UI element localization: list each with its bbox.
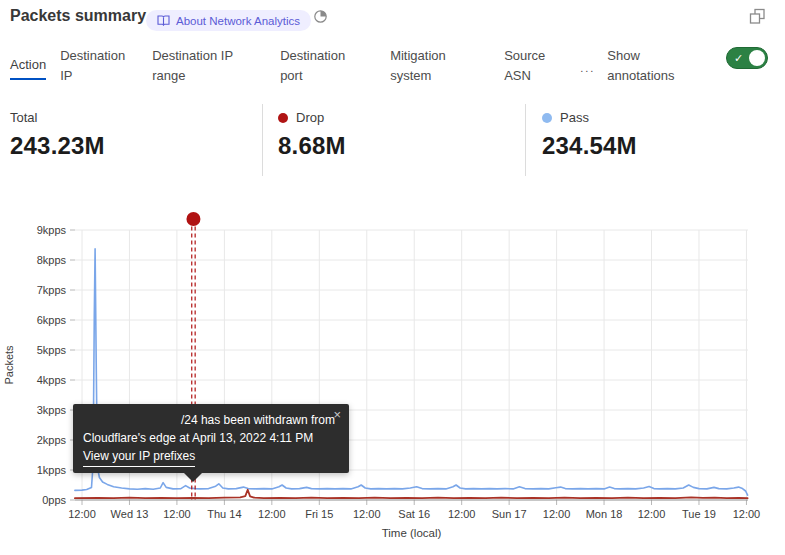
y-tick-label: 3kpps <box>37 404 67 416</box>
stat-pass-value: 234.54M <box>542 132 637 160</box>
x-tick-label: 12:00 <box>353 508 381 520</box>
stat-divider <box>525 104 526 176</box>
page-title: Packets summary <box>10 7 146 25</box>
y-tick-label: 2kpps <box>37 434 67 446</box>
y-tick-label: 5kpps <box>37 344 67 356</box>
close-icon[interactable]: × <box>333 406 341 424</box>
tooltip-line1: /24 has been withdrawn from <box>83 411 337 429</box>
expand-icon[interactable] <box>749 8 766 25</box>
tab-destination-port[interactable]: Destination port <box>280 46 354 86</box>
filter-tabs: Action Destination IP Destination IP ran… <box>10 46 689 86</box>
y-tick-label: 6kpps <box>37 314 67 326</box>
tooltip-line2: Cloudflare's edge at April 13, 2022 4:11… <box>83 429 337 447</box>
x-tick-label: Sun 17 <box>492 508 527 520</box>
tab-destination-ip[interactable]: Destination IP <box>60 46 134 86</box>
x-tick-label: Thu 14 <box>207 508 241 520</box>
stat-pass: Pass 234.54M <box>542 110 637 160</box>
x-tick-label: Fri 15 <box>305 508 333 520</box>
y-tick-label: 0pps <box>42 494 66 506</box>
y-tick-label: 1kpps <box>37 464 67 476</box>
drop-line <box>75 490 748 498</box>
stat-pass-label: Pass <box>560 110 589 125</box>
pass-dot <box>542 113 552 123</box>
x-tick-label: Wed 13 <box>111 508 149 520</box>
book-icon <box>157 15 170 26</box>
annotation-tooltip: × /24 has been withdrawn from Cloudflare… <box>73 404 349 473</box>
y-tick-label: 4kpps <box>37 374 67 386</box>
tab-destination-ip-range[interactable]: Destination IP range <box>152 46 248 86</box>
tab-source-asn[interactable]: Source ASN <box>504 46 552 86</box>
x-tick-label: 12:00 <box>448 508 476 520</box>
packets-time-series-chart: 9kpps8kpps7kpps6kpps5kpps4kpps3kpps2kpps… <box>0 200 785 555</box>
stat-drop-label: Drop <box>296 110 324 125</box>
stat-total-label: Total <box>10 110 37 125</box>
stat-total-value: 243.23M <box>10 132 105 160</box>
x-tick-label: 12:00 <box>163 508 191 520</box>
x-tick-label: 12:00 <box>638 508 666 520</box>
tooltip-arrow <box>184 473 202 482</box>
x-tick-label: Tue 19 <box>682 508 716 520</box>
x-axis-title: Time (local) <box>382 527 442 539</box>
annotation-dot[interactable] <box>186 212 200 226</box>
x-tick-label: 12:00 <box>733 508 761 520</box>
tabs-overflow-icon[interactable]: ... <box>580 62 595 74</box>
show-annotations-label: Show annotations <box>607 46 689 86</box>
y-tick-label: 9kpps <box>37 224 67 236</box>
x-tick-label: 12:00 <box>68 508 96 520</box>
stat-drop-value: 8.68M <box>278 132 346 160</box>
tab-action[interactable]: Action <box>10 55 46 80</box>
x-tick-label: Mon 18 <box>586 508 623 520</box>
x-tick-label: 12:00 <box>258 508 286 520</box>
toggle-knob <box>749 50 765 66</box>
x-tick-label: Sat 16 <box>398 508 430 520</box>
stat-total: Total 243.23M <box>10 110 105 160</box>
pie-usage-icon[interactable] <box>313 9 328 24</box>
y-tick-label: 8kpps <box>37 254 67 266</box>
drop-dot <box>278 113 288 123</box>
stat-drop: Drop 8.68M <box>278 110 346 160</box>
view-ip-prefixes-link[interactable]: View your IP prefixes <box>83 447 195 467</box>
badge-label: About Network Analytics <box>176 15 300 27</box>
about-network-analytics-badge[interactable]: About Network Analytics <box>146 10 311 31</box>
tab-mitigation-system[interactable]: Mitigation system <box>390 46 456 86</box>
check-icon: ✓ <box>734 51 743 65</box>
stat-divider <box>262 104 263 176</box>
y-axis-title: Packets <box>3 345 15 385</box>
y-tick-label: 7kpps <box>37 284 67 296</box>
x-tick-label: 12:00 <box>543 508 571 520</box>
show-annotations-toggle[interactable]: ✓ <box>726 47 768 69</box>
